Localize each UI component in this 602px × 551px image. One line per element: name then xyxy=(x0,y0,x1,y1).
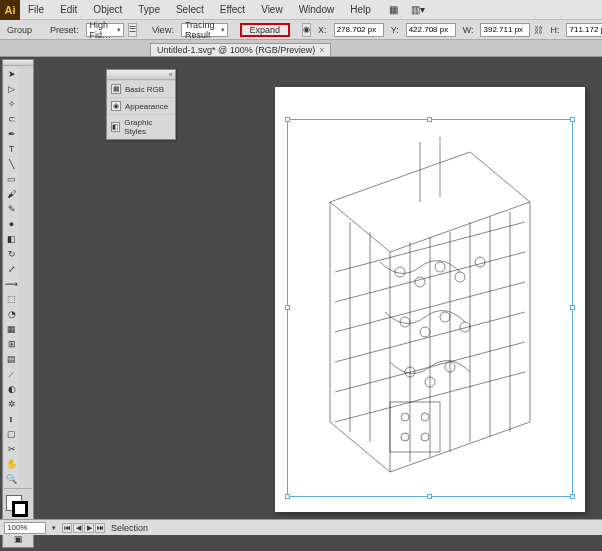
collapsed-panels[interactable]: « ▦ Basic RGB ◉ Appearance ◧ Graphic Sty… xyxy=(106,69,176,140)
panel-header[interactable]: « xyxy=(107,70,175,80)
panel-label: Graphic Styles xyxy=(124,118,171,136)
resize-handle-ml[interactable] xyxy=(285,305,290,310)
x-input[interactable] xyxy=(334,23,384,37)
blob-brush-tool-icon[interactable]: ● xyxy=(5,217,19,231)
graphic-styles-icon: ◧ xyxy=(111,122,120,132)
h-label: H: xyxy=(550,25,559,35)
rectangle-tool-icon[interactable]: ▭ xyxy=(5,172,19,186)
x-label: X: xyxy=(318,25,327,35)
next-artboard-icon[interactable]: ▶ xyxy=(84,523,94,533)
eraser-tool-icon[interactable]: ◧ xyxy=(5,232,19,246)
trace-options-icon[interactable]: ☰ xyxy=(128,23,137,37)
zoom-tool-icon[interactable]: 🔍 xyxy=(5,472,19,486)
preset-label: Preset: xyxy=(50,25,79,35)
resize-handle-bl[interactable] xyxy=(285,494,290,499)
menu-object[interactable]: Object xyxy=(85,4,130,15)
artboard-nav: ⏮ ◀ ▶ ⏭ xyxy=(62,523,105,533)
resize-handle-bm[interactable] xyxy=(427,494,432,499)
fill-stroke-swatches[interactable] xyxy=(4,493,32,519)
doc-color-icon: ▦ xyxy=(111,84,121,94)
menu-window[interactable]: Window xyxy=(291,4,343,15)
last-artboard-icon[interactable]: ⏭ xyxy=(95,523,105,533)
document-tab-bar: Untitled-1.svg* @ 100% (RGB/Preview) × xyxy=(0,40,602,57)
symbol-sprayer-tool-icon[interactable]: ✲ xyxy=(5,397,19,411)
menu-view[interactable]: View xyxy=(253,4,291,15)
app-logo-icon: Ai xyxy=(0,0,20,20)
view-dropdown[interactable]: Tracing Result xyxy=(181,23,228,37)
link-wh-icon[interactable]: ⛓ xyxy=(534,23,543,37)
hand-tool-icon[interactable]: ✋ xyxy=(5,457,19,471)
menu-help[interactable]: Help xyxy=(342,4,379,15)
panel-label: Basic RGB xyxy=(125,85,164,94)
resize-handle-tm[interactable] xyxy=(427,117,432,122)
mode-label: Group xyxy=(7,25,32,35)
resize-handle-br[interactable] xyxy=(570,494,575,499)
tab-label: Untitled-1.svg* @ 100% (RGB/Preview) xyxy=(157,45,315,55)
stroke-swatch-icon[interactable] xyxy=(12,501,28,517)
menu-edit[interactable]: Edit xyxy=(52,4,85,15)
panel-row-appearance[interactable]: ◉ Appearance xyxy=(107,97,175,114)
canvas[interactable]: « ▦ Basic RGB ◉ Appearance ◧ Graphic Sty… xyxy=(40,57,602,535)
perspective-grid-tool-icon[interactable]: ▦ xyxy=(5,322,19,336)
resize-handle-tr[interactable] xyxy=(570,117,575,122)
w-input[interactable] xyxy=(480,23,530,37)
artboard-tool-icon[interactable]: ▢ xyxy=(5,427,19,441)
resize-handle-tl[interactable] xyxy=(285,117,290,122)
type-tool-icon[interactable]: T xyxy=(5,142,19,156)
blend-tool-icon[interactable]: ◐ xyxy=(5,382,19,396)
selection-bounding-box[interactable] xyxy=(287,119,573,497)
menu-effect[interactable]: Effect xyxy=(212,4,253,15)
arrange-docs-icon[interactable]: ▥▾ xyxy=(409,1,427,19)
control-bar: Group Preset: High Fid… ☰ View: Tracing … xyxy=(0,20,602,40)
zoom-dropdown-icon[interactable]: ▾ xyxy=(52,524,56,532)
expand-button[interactable]: Expand xyxy=(240,23,291,37)
workspace: ➤ ▷ ✧ ⊂ ✒ T ╲ ▭ 🖌 ✎ ● ◧ ↻ ⤢ ⟿ ⬚ ◔ ▦ ⊞ ▤ … xyxy=(0,57,602,535)
current-tool-label: Selection xyxy=(111,523,148,533)
shape-builder-tool-icon[interactable]: ◔ xyxy=(5,307,19,321)
paintbrush-tool-icon[interactable]: 🖌 xyxy=(5,187,19,201)
line-tool-icon[interactable]: ╲ xyxy=(5,157,19,171)
panel-collapse-icon[interactable]: « xyxy=(169,70,173,79)
toolbox: ➤ ▷ ✧ ⊂ ✒ T ╲ ▭ 🖌 ✎ ● ◧ ↻ ⤢ ⟿ ⬚ ◔ ▦ ⊞ ▤ … xyxy=(2,59,34,548)
free-transform-tool-icon[interactable]: ⬚ xyxy=(5,292,19,306)
scale-tool-icon[interactable]: ⤢ xyxy=(5,262,19,276)
view-label: View: xyxy=(152,25,174,35)
slice-tool-icon[interactable]: ✂ xyxy=(5,442,19,456)
pen-tool-icon[interactable]: ✒ xyxy=(5,127,19,141)
rotate-tool-icon[interactable]: ↻ xyxy=(5,247,19,261)
panel-row-doc-color[interactable]: ▦ Basic RGB xyxy=(107,80,175,97)
panel-label: Appearance xyxy=(125,102,168,111)
status-bar: 100% ▾ ⏮ ◀ ▶ ⏭ Selection xyxy=(0,519,602,535)
eyedropper-tool-icon[interactable]: ⟋ xyxy=(5,367,19,381)
toolbox-separator xyxy=(4,488,32,489)
zoom-input[interactable]: 100% xyxy=(4,522,46,534)
menubar: Ai File Edit Object Type Select Effect V… xyxy=(0,0,602,20)
column-graph-tool-icon[interactable]: ⫾ xyxy=(5,412,19,426)
pencil-tool-icon[interactable]: ✎ xyxy=(5,202,19,216)
w-label: W: xyxy=(463,25,474,35)
width-tool-icon[interactable]: ⟿ xyxy=(5,277,19,291)
y-input[interactable] xyxy=(406,23,456,37)
mesh-tool-icon[interactable]: ⊞ xyxy=(5,337,19,351)
bridge-icon[interactable]: ▦ xyxy=(385,1,403,19)
prev-artboard-icon[interactable]: ◀ xyxy=(73,523,83,533)
document-tab[interactable]: Untitled-1.svg* @ 100% (RGB/Preview) × xyxy=(150,43,331,56)
first-artboard-icon[interactable]: ⏮ xyxy=(62,523,72,533)
h-input[interactable] xyxy=(566,23,602,37)
transform-icon[interactable]: ◉ xyxy=(302,23,311,37)
menu-type[interactable]: Type xyxy=(130,4,168,15)
y-label: Y: xyxy=(391,25,399,35)
magic-wand-tool-icon[interactable]: ✧ xyxy=(5,97,19,111)
lasso-tool-icon[interactable]: ⊂ xyxy=(5,112,19,126)
appearance-icon: ◉ xyxy=(111,101,121,111)
menu-select[interactable]: Select xyxy=(168,4,212,15)
direct-selection-tool-icon[interactable]: ▷ xyxy=(5,82,19,96)
selection-tool-icon[interactable]: ➤ xyxy=(5,67,19,81)
resize-handle-mr[interactable] xyxy=(570,305,575,310)
menu-file[interactable]: File xyxy=(20,4,52,15)
gradient-tool-icon[interactable]: ▤ xyxy=(5,352,19,366)
close-icon[interactable]: × xyxy=(319,45,324,55)
preset-dropdown[interactable]: High Fid… xyxy=(86,23,125,37)
panel-row-graphic-styles[interactable]: ◧ Graphic Styles xyxy=(107,114,175,139)
